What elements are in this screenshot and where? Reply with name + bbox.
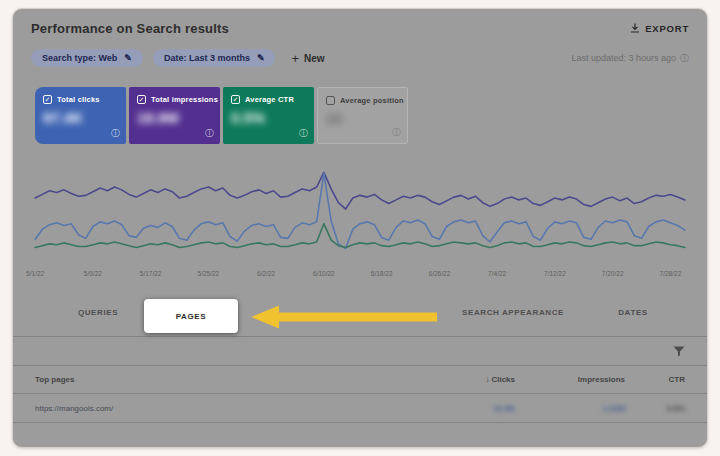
metric-label: Average CTR [245,95,294,104]
divider [13,422,707,423]
x-tick-label: 7/4/22 [488,270,506,277]
series-average-ctr [35,224,685,248]
tab-search-appearance[interactable]: SEARCH APPEARANCE [433,308,593,317]
x-tick-label: 7/12/22 [544,270,566,277]
filter-bar: Search type: Web ✎ Date: Last 3 months ✎… [13,49,707,67]
page-url-cell[interactable]: https://mangools.com/ [35,404,405,413]
metric-value-blurred: 97.4K [43,109,118,126]
search-performance-panel: Performance on Search results EXPORT Sea… [12,8,708,448]
x-tick-label: 7/20/22 [602,270,624,277]
table-row[interactable]: https://mangools.com/ 12.4K 1.31M 0.9% [13,394,707,422]
metric-card-average-ctr[interactable]: ✓ Average CTR 0.5% ⓘ [223,87,314,144]
info-icon: ⓘ [111,127,120,140]
edit-pencil-icon: ✎ [124,53,132,63]
plus-icon: + [291,51,299,66]
performance-line-chart: 5/1/225/9/225/17/225/25/226/2/226/10/226… [25,160,695,292]
metric-cards-row: ✓ Total clicks 97.4K ⓘ ✓ Total impressio… [35,87,707,144]
download-icon [630,23,640,35]
info-icon: ⓘ [680,52,689,65]
column-header-top-pages[interactable]: Top pages [35,375,405,384]
x-tick-label: 6/10/22 [313,270,335,277]
column-header-impressions[interactable]: Impressions [515,375,625,384]
metric-value-blurred: 26 [326,110,399,127]
info-icon: ⓘ [299,127,308,140]
chart-canvas [25,160,695,266]
column-header-clicks[interactable]: ↓Clicks [405,375,515,384]
filter-funnel-icon[interactable] [673,346,685,357]
tab-dates[interactable]: DATES [593,308,673,317]
clicks-value-blurred: 12.4K [405,404,515,413]
last-updated-text: Last updated: 3 hours ago [571,53,676,63]
metric-card-total-impressions[interactable]: ✓ Total impressions 18.9M ⓘ [129,87,220,144]
filter-chip-date[interactable]: Date: Last 3 months ✎ [153,49,276,67]
metric-value-blurred: 18.9M [137,109,212,126]
x-tick-label: 5/17/22 [140,270,162,277]
edit-pencil-icon: ✎ [257,53,265,63]
metric-card-total-clicks[interactable]: ✓ Total clicks 97.4K ⓘ [35,87,126,144]
info-icon: ⓘ [205,127,214,140]
x-tick-label: 6/2/22 [257,270,275,277]
export-label: EXPORT [645,23,689,34]
metric-label: Total impressions [151,95,218,104]
metric-value-blurred: 0.5% [231,109,306,126]
annotation-arrow-icon [251,304,439,330]
chip-label: Date: Last 3 months [164,53,250,63]
column-header-ctr[interactable]: CTR [625,375,685,384]
checkbox-checked-icon[interactable]: ✓ [231,95,240,104]
metric-card-average-position[interactable]: Average position 26 ⓘ [317,87,408,144]
page-title: Performance on Search results [31,21,229,36]
x-tick-label: 5/9/22 [84,270,102,277]
x-tick-label: 6/18/22 [371,270,393,277]
new-filter-button[interactable]: + New [291,51,324,66]
table-header-row: Top pages ↓Clicks Impressions CTR [13,366,707,393]
series-total-impressions [35,172,685,209]
checkbox-checked-icon[interactable]: ✓ [137,95,146,104]
metric-label: Total clicks [57,95,100,104]
x-tick-label: 5/1/22 [26,270,44,277]
checkbox-unchecked-icon[interactable] [326,96,335,105]
sort-desc-icon: ↓ [485,375,489,384]
x-tick-label: 7/28/22 [660,270,682,277]
impressions-value-blurred: 1.31M [515,404,625,413]
dimension-tabs: QUERIES PAGES SEARCH APPEARANCE DATES [13,296,707,336]
ctr-value-blurred: 0.9% [625,404,685,413]
tab-pages-active[interactable]: PAGES [144,299,238,333]
last-updated: Last updated: 3 hours ago ⓘ [571,52,689,65]
filter-chip-search-type[interactable]: Search type: Web ✎ [31,49,143,67]
table-toolbar [13,337,707,365]
tab-queries[interactable]: QUERIES [53,308,143,317]
export-button[interactable]: EXPORT [630,23,689,35]
new-filter-label: New [304,53,325,64]
checkbox-checked-icon[interactable]: ✓ [43,95,52,104]
series-total-clicks [35,173,685,248]
x-tick-label: 6/26/22 [429,270,451,277]
info-icon: ⓘ [392,126,401,139]
chip-label: Search type: Web [42,53,117,63]
top-bar: Performance on Search results EXPORT [13,9,707,36]
x-tick-label: 5/25/22 [198,270,220,277]
metric-label: Average position [340,96,404,105]
